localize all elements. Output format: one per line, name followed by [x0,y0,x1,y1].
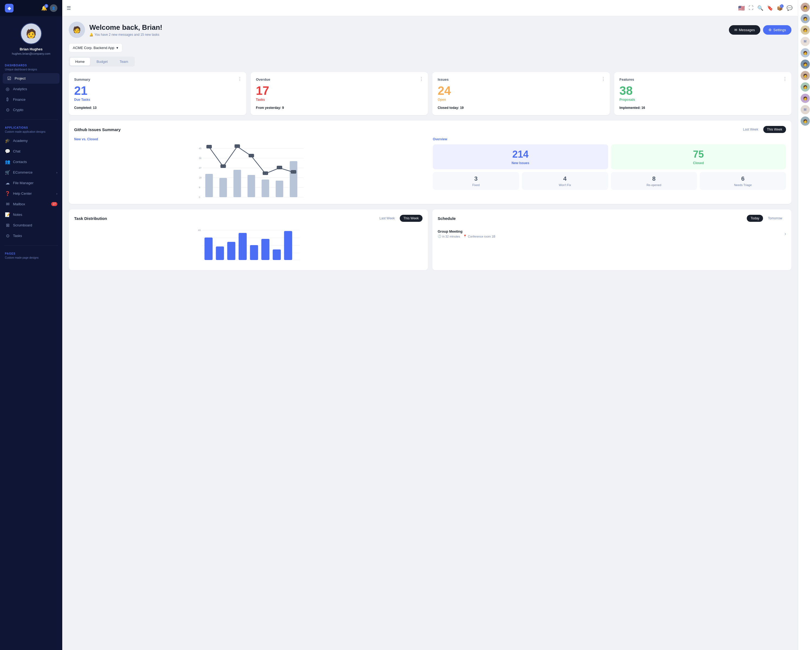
github-last-week-button[interactable]: Last Week [739,126,762,133]
rp-avatar-9[interactable]: 🧑 [801,94,810,103]
task-distribution-card: Task Distribution Last Week This Week 40 [69,210,428,270]
ecommerce-label: ECommerce [13,170,32,174]
search-button[interactable]: 🔍 [757,5,763,11]
svg-rect-58 [261,239,270,260]
issues-title: Issues [438,78,604,81]
sidebar-item-project[interactable]: ☑ Project [3,73,60,84]
analytics-label: Analytics [13,87,27,91]
new-issues-count: 214 [437,149,604,160]
new-issues-card: 214 New Issues [433,144,608,169]
svg-rect-53 [205,237,213,260]
rp-avatar-11[interactable]: 🧑 [801,116,810,126]
schedule-arrow-icon[interactable]: › [785,232,786,236]
overview-grid: 214 New Issues 75 Closed [433,144,786,169]
academy-label: Academy [13,139,27,143]
pages-label: PAGES [0,250,62,256]
issues-menu-button[interactable]: ⋮ [601,76,606,81]
sidebar-item-finance[interactable]: ₿ Finance [0,94,62,104]
analytics-icon: ◎ [5,86,10,92]
github-week-toggle: Last Week This Week [739,126,786,133]
settings-button[interactable]: ⚙ Settings [763,25,791,35]
inbox-button[interactable]: 📦 5 [777,5,783,11]
sidebar-item-crypto[interactable]: ⊙ Crypto [0,104,62,115]
sidebar-item-ecommerce[interactable]: 🛒 ECommerce › [0,167,62,178]
tasks-icon: ⊙ [5,233,10,238]
crypto-icon: ⊙ [5,107,10,112]
svg-text:9: 9 [199,186,200,189]
sidebar-item-analytics[interactable]: ◎ Analytics [0,84,62,94]
app-logo[interactable]: ◆ [5,4,14,12]
stat-card-issues: ⋮ Issues 24 Open Closed today: 19 [432,72,610,115]
pages-sub: Custom made page designs [0,256,62,262]
svg-point-35 [236,145,238,148]
sidebar-item-chat[interactable]: 💬 Chat [0,146,62,156]
expand-button[interactable]: ⛶ [749,5,754,11]
tab-team[interactable]: Team [114,58,134,66]
overdue-menu-button[interactable]: ⋮ [419,76,424,81]
rp-avatar-7[interactable]: 🧑 [801,71,810,80]
overdue-detail: From yesterday: 9 [256,106,423,110]
rp-avatar-4[interactable]: M [801,37,810,46]
sidebar-item-scrumboard[interactable]: ⊞ Scrumboard [0,220,62,231]
user-avatar-small[interactable]: 👤 [50,5,57,12]
rp-avatar-1[interactable]: 🧑 [801,3,810,12]
task-this-week-button[interactable]: This Week [400,215,423,222]
triage-label: Needs Triage [703,184,783,187]
svg-rect-15 [248,175,255,197]
notifications-button[interactable]: 🔔 3 [41,5,47,11]
sidebar-item-academy[interactable]: 🎓 Academy [0,135,62,146]
mailbox-label: Mailbox [13,202,25,206]
svg-point-34 [222,165,224,168]
schedule-tomorrow-button[interactable]: Tomorrow [764,215,786,222]
stat-card-summary: ⋮ Summary 21 Due Tasks Completed: 13 [69,72,246,115]
chart-right: Overview 214 New Issues 75 Closed [433,137,786,199]
rp-avatar-10[interactable]: M [801,105,810,114]
sidebar-item-tasks[interactable]: ⊙ Tasks [0,231,62,241]
tab-home[interactable]: Home [70,58,90,66]
issues-detail: Closed today: 19 [438,106,604,110]
sidebar-item-help-center[interactable]: ❓ Help Center › [0,188,62,199]
chat-icon: 💬 [5,149,10,154]
issues-sublabel: Open [438,98,604,102]
features-title: Features [620,78,786,81]
task-last-week-button[interactable]: Last Week [376,215,398,222]
task-dist-title: Task Distribution [74,216,107,221]
notes-icon: 📝 [5,212,10,217]
sidebar-item-mailbox[interactable]: ✉ Mailbox 27 [0,199,62,210]
rp-avatar-6[interactable]: 🧑 [801,60,810,69]
menu-toggle-button[interactable]: ☰ [67,5,71,11]
stats-grid: ⋮ Summary 21 Due Tasks Completed: 13 ⋮ O… [69,72,791,115]
tab-budget[interactable]: Budget [91,58,113,66]
sidebar-item-contacts[interactable]: 👥 Contacts [0,156,62,167]
summary-menu-button[interactable]: ⋮ [238,76,242,81]
svg-text:27: 27 [199,167,201,169]
github-this-week-button[interactable]: This Week [763,126,786,133]
schedule-today-button[interactable]: Today [747,215,763,222]
project-label: Project [15,76,26,80]
messages-button[interactable]: ✉ Messages [729,25,760,35]
rp-avatar-5[interactable]: 🧑 [801,48,810,57]
bookmark-button[interactable]: 🔖 [767,5,773,11]
task-week-toggle: Last Week This Week [376,215,423,222]
sidebar-item-file-manager[interactable]: ☁ File Manager [0,178,62,188]
tasks-label: Tasks [13,234,22,238]
project-selector[interactable]: ACME Corp. Backend App ▾ [69,43,122,52]
chat-button[interactable]: 💬 [786,5,792,11]
svg-rect-13 [220,178,227,197]
finance-label: Finance [13,98,26,102]
sidebar-item-notes[interactable]: 📝 Notes [0,210,62,220]
svg-text:0: 0 [199,196,200,199]
messages-envelope-icon: ✉ [734,28,737,32]
flag-icon[interactable]: 🇺🇸 [738,5,745,11]
rp-avatar-8[interactable]: 🧑 [801,82,810,92]
rp-badge-1 [808,3,810,5]
schedule-header: Schedule Today Tomorrow [438,215,786,222]
reopened-label: Re-opened [614,184,694,187]
github-issues-section: Github Issues Summary Last Week This Wee… [69,121,791,204]
rp-avatar-3[interactable]: 🧑 [801,26,810,35]
profile-section: 🧑 Brian Hughes hughes.brian@company.com [0,16,62,60]
features-menu-button[interactable]: ⋮ [783,76,787,81]
schedule-meta: 🕐 in 32 minutes 📍 Conference room 1B [438,234,495,238]
rp-avatar-2[interactable]: 🧑 [801,14,810,23]
svg-rect-16 [262,180,269,197]
